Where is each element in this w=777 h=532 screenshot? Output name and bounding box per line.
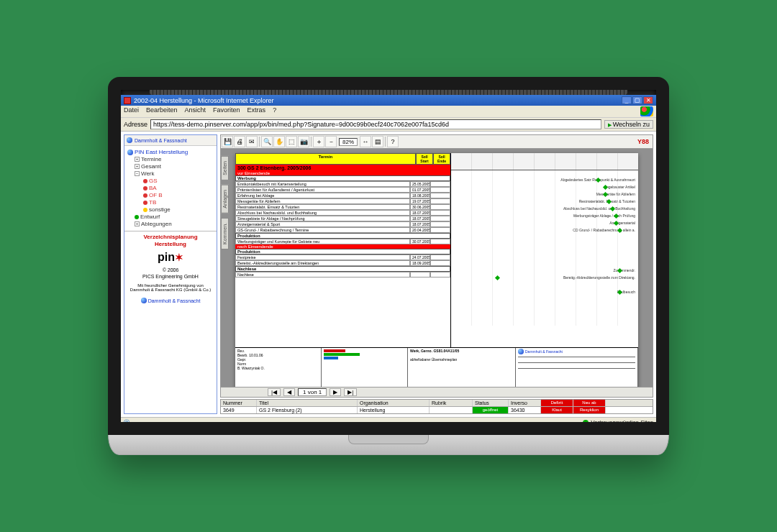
prev-page-button[interactable]: ◀ (283, 388, 295, 396)
menu-file[interactable]: Datei (124, 106, 139, 116)
url-input[interactable]: https://tess-demo.pinserver.com/app/px/b… (150, 119, 601, 129)
sec-werbung: Werbung (235, 175, 450, 181)
btn-resyklion[interactable]: Resyklion (573, 407, 606, 413)
menu-extras[interactable]: Extras (247, 106, 266, 116)
record-grid: Nummer Titel Organisation Rubrik Status … (220, 399, 653, 414)
gantt-chart: Abgeändertes Satz Ruhepunkt & Ausnahmeor… (451, 153, 638, 326)
toolbar-find: Y88 (637, 138, 649, 145)
browser-menubar: Datei Bearbeiten Ansicht Favoriten Extra… (121, 106, 656, 118)
fineprint: Mit freundlicher Genehmigung von Dammhol… (127, 283, 214, 292)
col-sollstart: Soll Start (416, 153, 433, 165)
cell-org: Herstellung (358, 407, 430, 413)
cell-titel: GS 2 Flensburg (2) (257, 407, 358, 413)
tree-item-ablegungen[interactable]: +Ablegungen (127, 221, 214, 228)
cell-rubrik (430, 407, 473, 413)
tree-item-entwurf[interactable]: Entwurf (127, 214, 214, 221)
pdf-toolbar: 💾 🖨 ✉ 🔍 ✋ ⬚ 📷 ＋ － 82% ↔ (220, 134, 653, 149)
doc-title: 300 GS 2 Eisenberg. 2005/2006 (235, 165, 450, 171)
print-icon[interactable]: 🖨 (234, 136, 245, 147)
copyright-text: © 2006 (127, 267, 214, 272)
tree-item-werk[interactable]: −Werk (127, 170, 214, 178)
last-page-button[interactable]: ▶| (344, 388, 357, 396)
brand-logo-icon (141, 298, 147, 303)
company-text: PICS Engineering GmbH (127, 274, 214, 279)
page-count: 1 von 1 (298, 388, 327, 396)
tree-item-gesamt[interactable]: +Gesamt (127, 163, 214, 170)
search-icon[interactable]: 🔍 (261, 136, 273, 147)
nav-tree: PIN East Herstellung +Termine +Gesamt −W… (124, 146, 217, 231)
document-page: TerminSoll StartSoll Ende 300 GS 2 Eisen… (235, 153, 638, 387)
btn-neuab[interactable]: Neu ab (573, 400, 606, 406)
cell-nummer: 3649 (221, 407, 257, 413)
window-title: 2002-04 Herstellung - Microsoft Internet… (134, 97, 274, 104)
globe-icon (127, 150, 133, 155)
tree-item-tb[interactable]: TB (127, 199, 214, 206)
col-sollende: Soll Ende (433, 153, 450, 165)
fitwidth-icon[interactable]: ↔ (360, 136, 371, 147)
fitpage-icon[interactable]: ▤ (372, 136, 383, 147)
first-page-button[interactable]: |◀ (268, 388, 281, 396)
close-button[interactable]: ✕ (643, 96, 653, 104)
brand2-text: Dammholt & Fassnacht (148, 298, 201, 303)
sidebar-info-panel: Verzeichnisplanung Herstellung pin✶ © 20… (124, 231, 217, 413)
status-bar: ⓔ Vertrauenswürdige Sites (121, 417, 656, 422)
address-bar: Adresse https://tess-demo.pinserver.com/… (121, 118, 656, 132)
tree-item-ofb[interactable]: OF B (127, 192, 214, 199)
menu-help[interactable]: ? (273, 106, 276, 116)
viewer-tab-comments[interactable]: Kommen. (221, 218, 229, 249)
app-icon (124, 97, 131, 104)
snapshot-icon[interactable]: 📷 (298, 136, 309, 147)
btn-defizit[interactable]: Defizit (541, 400, 573, 406)
viewer-tab-pages[interactable]: Seiten (221, 156, 229, 180)
next-page-button[interactable]: ▶ (330, 388, 341, 396)
col-titel: Titel (257, 400, 358, 406)
security-zone: Vertrauenswürdige Sites (591, 419, 653, 422)
sidebar-brand: Dammholt & Fassnacht (124, 135, 217, 146)
viewer-tab-attachments[interactable]: Anlagen (221, 185, 229, 214)
help-icon[interactable]: ? (387, 136, 399, 147)
col-termin: Termin (235, 153, 416, 165)
tree-item-gs[interactable]: GS (127, 178, 214, 185)
col-org: Organisation (358, 400, 430, 406)
tree-item-termine[interactable]: +Termine (127, 156, 214, 163)
btn-klaut[interactable]: Klaut (541, 407, 573, 413)
col-status: Status (473, 400, 509, 406)
address-label: Adresse (124, 121, 147, 128)
pin-logo: pin✶ (127, 251, 214, 264)
minimize-button[interactable]: _ (622, 96, 632, 104)
cell-inverso: 36430 (509, 407, 541, 413)
window-titlebar: 2002-04 Herstellung - Microsoft Internet… (121, 95, 656, 106)
col-nummer: Nummer (221, 400, 257, 406)
sec-produktion: Produktion (235, 233, 450, 239)
security-shield-icon (583, 420, 589, 423)
zoomin-icon[interactable]: ＋ (313, 136, 324, 147)
page-navigator: |◀ ◀ 1 von 1 ▶ ▶| (220, 387, 653, 398)
brand-logo-icon (127, 137, 132, 143)
tree-root[interactable]: PIN East Herstellung (127, 149, 214, 156)
menu-edit[interactable]: Bearbeiten (146, 106, 178, 116)
select-icon[interactable]: ⬚ (286, 136, 297, 147)
save-icon[interactable]: 💾 (222, 136, 233, 147)
document-viewer: Seiten Anlagen Kommen. TerminSoll StartS… (220, 149, 653, 387)
ie-logo-icon: ⓔ (124, 418, 130, 422)
menu-view[interactable]: Ansicht (185, 106, 206, 116)
zoom-level[interactable]: 82% (339, 138, 358, 146)
navigation-sidebar: Dammholt & Fassnacht PIN East Herstellun… (124, 134, 217, 414)
menu-favorites[interactable]: Favoriten (213, 106, 240, 116)
col-rubrik: Rubrik (430, 400, 473, 406)
zoomout-icon[interactable]: － (325, 136, 337, 147)
windows-logo-icon (640, 106, 653, 116)
go-button[interactable]: Wechseln zu (604, 120, 653, 129)
title-block: Rev. Bearb. 10.01.06 Gepr. Norm B. Wawzy… (235, 347, 638, 387)
tree-item-sonstige[interactable]: sonstige (127, 206, 214, 214)
panel-heading2: Herstellung (127, 242, 214, 247)
cell-status: geöffnet (473, 407, 509, 413)
hand-icon[interactable]: ✋ (273, 136, 285, 147)
maximize-button[interactable]: ▢ (632, 96, 642, 104)
tree-item-ba[interactable]: BA (127, 185, 214, 192)
col-inverso: Inverso (509, 400, 541, 406)
mail-icon[interactable]: ✉ (246, 136, 258, 147)
panel-heading1: Verzeichnisplanung (127, 234, 214, 240)
